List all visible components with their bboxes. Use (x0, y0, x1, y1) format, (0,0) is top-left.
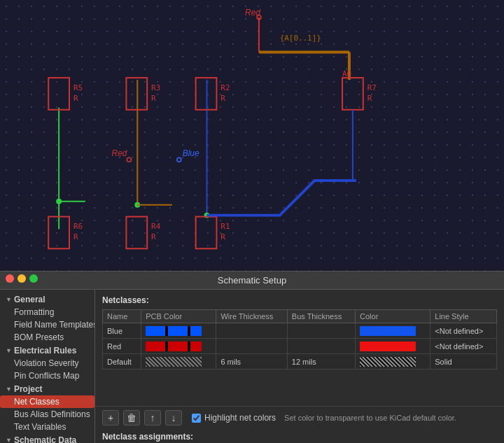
table-row[interactable]: Red <Not defined> (103, 339, 497, 354)
sidebar-item-text-variables[interactable]: Text Variables (0, 421, 94, 433)
pcb-color-swatch-blue (146, 326, 202, 336)
sidebar-section-label: Project (14, 384, 43, 394)
cell-pcb-color (141, 323, 216, 339)
svg-point-24 (177, 157, 181, 162)
pcb-color-swatch-default (146, 357, 202, 367)
col-header-pcb-color: PCB Color (141, 310, 216, 323)
maximize-button[interactable] (29, 274, 38, 283)
schematic-canvas: R5 R R6 R Red R3 R R4 R Blue R2 R R1 (0, 0, 504, 271)
sidebar-section-label: General (14, 295, 46, 304)
svg-text:R: R (74, 232, 78, 241)
highlight-net-colors-checkbox[interactable] (192, 414, 201, 423)
sidebar-item-bus-alias-definitions[interactable]: Bus Alias Definitions (0, 408, 94, 421)
cell-line-style: Solid (430, 354, 497, 370)
cell-color (356, 354, 430, 370)
color-swatch-default (360, 357, 416, 367)
add-button[interactable]: + (102, 410, 119, 426)
cell-color (356, 339, 430, 354)
close-button[interactable] (6, 274, 14, 283)
svg-text:R: R (74, 94, 78, 103)
sidebar-item-violation-severity[interactable]: Violation Severity (0, 357, 94, 370)
cell-pcb-color (141, 339, 216, 354)
bottom-toolbar: + 🗑 ↑ ↓ Highlight net colors Set color t… (95, 406, 504, 429)
svg-rect-18 (126, 217, 147, 249)
svg-text:R3: R3 (151, 83, 160, 92)
color-swatch-red (360, 342, 416, 351)
hint-text: Set color to transparent to use KiCad de… (284, 414, 456, 422)
svg-text:Red: Red (112, 148, 127, 158)
cell-line-style: <Not defined> (430, 323, 497, 339)
table-row[interactable]: Blue <Not defined> (103, 323, 497, 339)
col-header-name: Name (103, 310, 141, 323)
svg-text:Blue: Blue (183, 148, 200, 158)
svg-text:R: R (151, 94, 156, 103)
svg-text:R6: R6 (74, 222, 83, 231)
svg-rect-28 (196, 217, 217, 249)
svg-text:R2: R2 (220, 83, 230, 92)
col-header-color: Color (356, 310, 430, 323)
cell-wire-thickness (216, 323, 287, 339)
cell-wire-thickness (216, 339, 287, 354)
main-content: Netclasses: Name PCB Color Wire Thicknes… (95, 290, 504, 406)
svg-rect-4 (48, 78, 69, 110)
cell-bus-thickness: 12 mils (287, 354, 355, 370)
svg-text:Red: Red (245, 8, 260, 17)
cell-color (356, 323, 430, 339)
sidebar-section-schematic-data[interactable]: ▼ Schematic Data (0, 433, 94, 443)
cell-bus-thickness (287, 323, 355, 339)
cell-name: Red (103, 339, 141, 354)
svg-text:R: R (151, 232, 156, 241)
color-swatch-blue (360, 326, 416, 336)
svg-rect-39 (342, 78, 363, 110)
highlight-net-colors-label[interactable]: Highlight net colors (204, 413, 276, 423)
sidebar-section-project[interactable]: ▼ Project (0, 382, 94, 395)
netclass-assignments-label: Netclass assignments: (95, 429, 504, 443)
svg-text:{A[0..1]}: {A[0..1]} (280, 34, 321, 43)
col-header-bus-thickness: Bus Thickness (287, 310, 355, 323)
sidebar: ▼ General Formatting Field Name Template… (0, 290, 95, 443)
arrow-icon: ▼ (6, 347, 12, 354)
sidebar-item-field-name-templates[interactable]: Field Name Templates (0, 318, 94, 331)
schematic-svg: R5 R R6 R Red R3 R R4 R Blue R2 R R1 (0, 0, 504, 271)
svg-text:R4: R4 (151, 222, 161, 231)
delete-button[interactable]: 🗑 (123, 410, 140, 426)
sidebar-item-formatting[interactable]: Formatting (0, 306, 94, 318)
col-header-line-style: Line Style (430, 310, 497, 323)
window-controls (6, 274, 38, 283)
cell-name: Blue (103, 323, 141, 339)
svg-point-14 (127, 157, 131, 162)
svg-text:R1: R1 (220, 222, 230, 231)
move-down-button[interactable]: ↓ (165, 410, 182, 426)
sidebar-section-electrical-rules[interactable]: ▼ Electrical Rules (0, 344, 94, 357)
sidebar-section-label: Schematic Data (14, 435, 76, 443)
minimize-button[interactable] (18, 274, 26, 283)
sidebar-item-pin-conflicts-map[interactable]: Pin Conflicts Map (0, 370, 94, 382)
svg-text:R5: R5 (74, 83, 83, 92)
arrow-icon: ▼ (6, 386, 12, 393)
sidebar-section-general[interactable]: ▼ General (0, 293, 94, 306)
dialog-titlebar: Schematic Setup (0, 272, 504, 290)
schematic-setup-dialog: Schematic Setup ▼ General Formatting Fie… (0, 271, 504, 443)
col-header-wire-thickness: Wire Thickness (216, 310, 287, 323)
sidebar-section-label: Electrical Rules (14, 346, 76, 356)
dialog-title: Schematic Setup (218, 275, 286, 286)
move-up-button[interactable]: ↑ (144, 410, 161, 426)
cell-line-style: <Not defined> (430, 339, 497, 354)
svg-text:R: R (220, 94, 225, 103)
cell-pcb-color (141, 354, 216, 370)
highlight-net-colors-wrap: Highlight net colors (192, 413, 276, 423)
netclass-table: Name PCB Color Wire Thickness Bus Thickn… (102, 309, 497, 370)
cell-wire-thickness: 6 mils (216, 354, 287, 370)
pcb-color-swatch-red (146, 342, 202, 351)
cell-bus-thickness (287, 339, 355, 354)
sidebar-item-bom-presets[interactable]: BOM Presets (0, 331, 94, 344)
svg-text:R: R (368, 94, 372, 103)
netclasses-label: Netclasses: (102, 295, 497, 305)
dialog-body: ▼ General Formatting Field Name Template… (0, 290, 504, 443)
sidebar-item-net-classes[interactable]: Net Classes (0, 395, 94, 408)
arrow-icon: ▼ (6, 296, 12, 303)
cell-name: Default (103, 354, 141, 370)
svg-text:R: R (220, 232, 225, 241)
arrow-icon: ▼ (6, 437, 12, 443)
table-row[interactable]: Default 6 mils 12 mils Solid (103, 354, 497, 370)
